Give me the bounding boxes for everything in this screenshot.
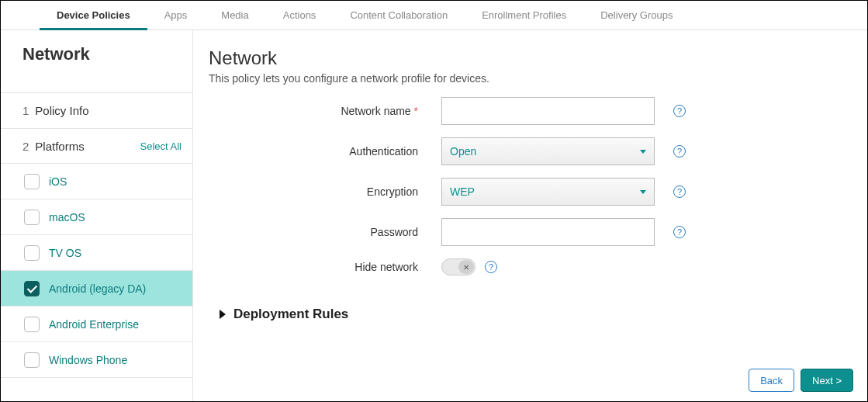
- platform-label: macOS: [49, 211, 85, 224]
- checkbox-icon[interactable]: [24, 245, 40, 261]
- encryption-select[interactable]: WEP: [441, 178, 655, 206]
- sidebar: Network 1Policy Info 2Platforms Select A…: [1, 30, 193, 401]
- caret-right-icon: [220, 310, 226, 319]
- hide-network-toggle[interactable]: ✕: [441, 258, 475, 276]
- tab-actions[interactable]: Actions: [266, 1, 334, 30]
- label-hide-network: Hide network: [209, 261, 441, 273]
- row-encryption: Encryption WEP ?: [209, 178, 839, 206]
- platform-label: Windows Phone: [49, 354, 127, 366]
- next-button[interactable]: Next >: [801, 369, 853, 392]
- sidebar-title: Network: [1, 30, 192, 78]
- footer-buttons: Back Next >: [749, 369, 853, 392]
- back-button[interactable]: Back: [749, 369, 794, 392]
- checkbox-icon[interactable]: [24, 352, 40, 368]
- label-encryption: Encryption: [209, 185, 441, 198]
- authentication-select[interactable]: Open: [441, 137, 655, 165]
- sidebar-scroll[interactable]: 1Policy Info 2Platforms Select All iOSma…: [1, 92, 192, 401]
- tab-delivery-groups[interactable]: Delivery Groups: [583, 1, 690, 30]
- help-icon[interactable]: ?: [673, 105, 686, 117]
- checkbox-icon[interactable]: [24, 317, 40, 332]
- chevron-down-icon: [640, 150, 646, 154]
- tab-content-collaboration[interactable]: Content Collaboration: [333, 1, 465, 30]
- row-password: Password ?: [209, 218, 839, 246]
- select-all-link[interactable]: Select All: [140, 140, 182, 152]
- platform-label: Android (legacy DA): [49, 282, 146, 295]
- network-name-input[interactable]: [441, 97, 655, 125]
- content-body: Network 1Policy Info 2Platforms Select A…: [1, 30, 867, 401]
- row-network-name: Network name * ?: [209, 97, 839, 125]
- tab-device-policies[interactable]: Device Policies: [40, 1, 147, 30]
- deployment-rules-toggle[interactable]: Deployment Rules: [209, 307, 839, 322]
- checkbox-icon[interactable]: [24, 281, 40, 296]
- help-icon[interactable]: ?: [485, 261, 497, 273]
- label-network-name: Network name *: [209, 105, 441, 117]
- page-title: Network: [209, 47, 839, 69]
- row-hide-network: Hide network ✕ ?: [209, 258, 839, 276]
- main-panel: Network This policy lets you configure a…: [193, 30, 867, 401]
- platform-row-ios[interactable]: iOS: [1, 164, 192, 199]
- platform-label: Android Enterprise: [49, 318, 139, 331]
- platform-label: TV OS: [49, 247, 81, 259]
- tab-bar: Device PoliciesAppsMediaActionsContent C…: [1, 1, 867, 30]
- step-platforms[interactable]: 2Platforms Select All: [1, 128, 192, 164]
- platform-row-macos[interactable]: macOS: [1, 199, 192, 235]
- checkbox-icon[interactable]: [24, 174, 40, 189]
- label-authentication: Authentication: [209, 145, 441, 158]
- platform-label: iOS: [49, 175, 67, 188]
- help-icon[interactable]: ?: [673, 226, 686, 238]
- platform-row-windows-phone[interactable]: Windows Phone: [1, 342, 192, 378]
- row-authentication: Authentication Open ?: [209, 137, 839, 165]
- platform-row-android-legacy-da-[interactable]: Android (legacy DA): [1, 271, 192, 307]
- step-policy-info[interactable]: 1Policy Info: [1, 92, 192, 128]
- platform-row-tv-os[interactable]: TV OS: [1, 235, 192, 271]
- help-icon[interactable]: ?: [673, 185, 686, 198]
- platform-row-android-enterprise[interactable]: Android Enterprise: [1, 307, 192, 342]
- checkbox-icon[interactable]: [24, 210, 40, 225]
- page-description: This policy lets you configure a network…: [209, 72, 839, 85]
- password-input[interactable]: [441, 218, 655, 246]
- help-icon[interactable]: ?: [673, 145, 686, 158]
- chevron-down-icon: [640, 190, 646, 194]
- tab-apps[interactable]: Apps: [147, 1, 205, 30]
- label-password: Password: [209, 226, 441, 238]
- tab-enrollment-profiles[interactable]: Enrollment Profiles: [465, 1, 583, 30]
- toggle-knob: ✕: [458, 260, 474, 274]
- tab-media[interactable]: Media: [204, 1, 265, 30]
